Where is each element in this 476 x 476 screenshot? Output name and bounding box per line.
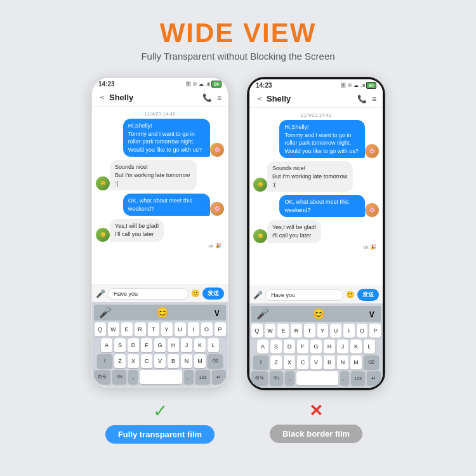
- key-rspace[interactable]: [296, 371, 338, 385]
- key-rcn[interactable]: 中/: [270, 371, 284, 385]
- key-rq[interactable]: Q: [251, 324, 263, 338]
- key-y[interactable]: Y: [161, 322, 173, 336]
- key-i[interactable]: I: [188, 322, 199, 336]
- key-b[interactable]: B: [168, 354, 179, 368]
- key-rz[interactable]: Z: [270, 355, 282, 369]
- key-r123[interactable]: 123: [351, 371, 365, 385]
- send-btn-left[interactable]: 发送: [202, 288, 224, 300]
- key-renter[interactable]: ↵: [367, 371, 381, 385]
- key-rt[interactable]: T: [304, 324, 315, 338]
- key-v[interactable]: V: [154, 354, 166, 368]
- key-123[interactable]: 123: [195, 370, 209, 384]
- key-a[interactable]: A: [101, 338, 112, 352]
- page-header: WIDE VIEW Fully Transparent without Bloc…: [141, 18, 334, 62]
- key-n[interactable]: N: [181, 354, 192, 368]
- key-w[interactable]: W: [108, 322, 119, 336]
- key-ru[interactable]: U: [330, 324, 341, 338]
- input-box-right[interactable]: Have you: [265, 289, 343, 301]
- ok-label-left: ok 🎉: [96, 243, 224, 249]
- status-icons-left: 图 ※ ☁ .ill 84: [186, 81, 221, 88]
- avatar: 😊: [253, 178, 267, 192]
- key-rc[interactable]: C: [297, 355, 308, 369]
- key-r[interactable]: R: [135, 322, 146, 336]
- key-ra[interactable]: A: [257, 340, 268, 354]
- check-icon: ✓: [153, 400, 168, 421]
- key-cn[interactable]: 中/: [112, 370, 126, 384]
- avatar: 🌸: [365, 144, 379, 158]
- chat-name-right: Shelly: [267, 94, 291, 103]
- key-rv[interactable]: V: [310, 355, 322, 369]
- key-rf[interactable]: F: [297, 340, 308, 354]
- keyboard-right: 🎤 😊 ∨ Q W E R T Y U I O P A: [249, 303, 383, 388]
- key-x[interactable]: X: [128, 354, 139, 368]
- msg-row: OK, what about meet this weekend? 🌸: [253, 195, 379, 217]
- key-z[interactable]: Z: [114, 354, 126, 368]
- key-m[interactable]: M: [194, 354, 206, 368]
- key-g[interactable]: G: [154, 338, 166, 352]
- key-rw[interactable]: W: [265, 324, 276, 338]
- kb-icon-1: 🎤: [99, 307, 112, 319]
- key-rh[interactable]: H: [324, 340, 335, 354]
- key-rg[interactable]: G: [310, 340, 322, 354]
- key-rb[interactable]: B: [324, 355, 335, 369]
- key-d[interactable]: D: [128, 338, 139, 352]
- input-box-left[interactable]: Have you: [108, 288, 188, 300]
- key-space[interactable]: [140, 370, 182, 384]
- key-sym[interactable]: 符号: [94, 370, 110, 384]
- key-ry[interactable]: Y: [317, 324, 329, 338]
- key-t[interactable]: T: [148, 322, 159, 336]
- kb-row-1: Q W E R T Y U I O P: [94, 322, 226, 336]
- bubble-received: Yes,I will be glad!I'll call you later: [267, 220, 321, 242]
- key-delete[interactable]: ⌫: [208, 354, 223, 368]
- key-ri[interactable]: I: [343, 324, 355, 338]
- avatar: 😊: [96, 176, 110, 190]
- key-rsym[interactable]: 符号: [251, 371, 268, 385]
- key-f[interactable]: F: [141, 338, 152, 352]
- key-rj[interactable]: J: [337, 340, 348, 354]
- key-rcomma[interactable]: ，: [285, 371, 294, 385]
- key-c[interactable]: C: [141, 354, 152, 368]
- msg-row: Hi,Shelly!Tommy and I want to go in roll…: [96, 119, 224, 157]
- chat-name-left: Shelly: [109, 93, 133, 102]
- key-period[interactable]: 。: [184, 370, 194, 384]
- key-j[interactable]: J: [181, 338, 192, 352]
- phone-left: 14:23 图 ※ ☁ .ill 84 ＜ Shelly 📞 ≡ 11: [91, 77, 229, 388]
- bubble-sent: OK, what about meet this weekend?: [279, 195, 365, 217]
- key-rx[interactable]: X: [284, 355, 295, 369]
- key-k[interactable]: K: [194, 338, 206, 352]
- key-comma[interactable]: ，: [128, 370, 138, 384]
- menu-icon-left: ≡: [217, 93, 221, 102]
- key-e[interactable]: E: [121, 322, 133, 336]
- cross-icon: ✕: [309, 401, 323, 421]
- kb-icon-r1: 🎤: [256, 308, 269, 320]
- key-rd[interactable]: D: [284, 340, 295, 354]
- msg-row: 😊 Sounds nice!But I'm working late tomor…: [96, 160, 224, 190]
- key-o[interactable]: O: [201, 322, 213, 336]
- key-p[interactable]: P: [215, 322, 226, 336]
- label-right: ✕ Black border film: [247, 401, 385, 443]
- key-rr[interactable]: R: [291, 324, 302, 338]
- key-re[interactable]: E: [277, 324, 289, 338]
- send-btn-right[interactable]: 发送: [357, 289, 379, 301]
- key-rs[interactable]: S: [270, 340, 282, 354]
- key-rshift[interactable]: ⇧: [253, 355, 268, 369]
- key-l[interactable]: L: [208, 338, 219, 352]
- key-u[interactable]: U: [175, 322, 186, 336]
- kb-row-2: A S D F G H J K L: [94, 338, 226, 352]
- key-rk[interactable]: K: [350, 340, 362, 354]
- black-border-label: Black border film: [270, 425, 362, 443]
- key-ro[interactable]: O: [357, 324, 368, 338]
- avatar: 😊: [253, 229, 267, 243]
- key-rperiod[interactable]: 。: [340, 371, 350, 385]
- key-s[interactable]: S: [114, 338, 126, 352]
- key-q[interactable]: Q: [95, 322, 106, 336]
- key-enter[interactable]: ↵: [212, 370, 226, 384]
- key-rl[interactable]: L: [364, 340, 375, 354]
- key-rdelete[interactable]: ⌫: [364, 355, 379, 369]
- key-rp[interactable]: P: [369, 324, 381, 338]
- key-rn[interactable]: N: [337, 355, 348, 369]
- key-rm[interactable]: M: [350, 355, 362, 369]
- key-shift[interactable]: ⇧: [97, 354, 112, 368]
- key-h[interactable]: H: [168, 338, 179, 352]
- emoji-icon-right: 🙂: [346, 291, 355, 299]
